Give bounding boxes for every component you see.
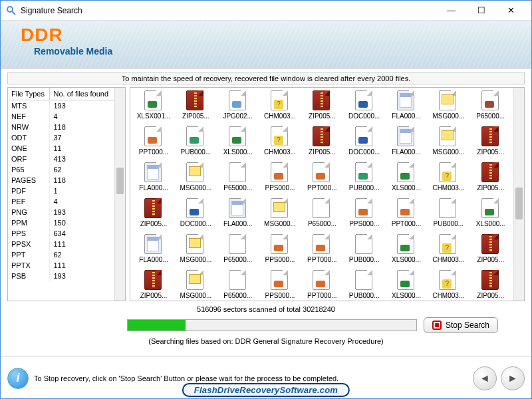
maximize-button[interactable]: ☐ — [466, 1, 496, 20]
file-item[interactable]: FLA000... — [219, 198, 257, 233]
file-label: P65000... — [476, 112, 505, 120]
file-types-scroll[interactable]: File Types No. of files found MTS193NEF4… — [8, 88, 114, 301]
file-item[interactable]: PPS000... — [345, 198, 384, 233]
table-row[interactable]: NRW118 — [8, 122, 114, 132]
file-item[interactable]: DOC000... — [176, 198, 215, 233]
table-row[interactable]: PAGES118 — [8, 175, 114, 186]
file-item[interactable]: XLS000... — [387, 234, 426, 269]
file-item[interactable]: PUB000... — [345, 270, 384, 301]
file-label: XLS000... — [476, 220, 505, 227]
file-label: DOC000... — [180, 220, 211, 227]
file-item[interactable]: P65000... — [471, 90, 510, 125]
file-item[interactable]: ZIP005... — [471, 270, 510, 301]
file-item[interactable]: FLA000... — [134, 162, 173, 197]
file-item[interactable]: ZIP005... — [471, 126, 510, 161]
col-files-found[interactable]: No. of files found — [50, 88, 114, 100]
table-row[interactable]: PPM150 — [8, 217, 114, 228]
file-item[interactable]: MSG000... — [429, 126, 467, 161]
file-item[interactable]: P65000... — [303, 198, 341, 233]
file-icon-area[interactable]: XLSX001...ZIP005...JPG002...CHM003...ZIP… — [130, 88, 513, 301]
file-item[interactable]: ZIP005... — [471, 234, 510, 269]
file-item[interactable]: FLA000... — [387, 90, 426, 125]
back-button[interactable]: ◄ — [473, 366, 497, 390]
file-item[interactable]: MSG000... — [261, 198, 299, 233]
file-item[interactable]: FLA000... — [134, 234, 173, 269]
file-label: FLA000... — [139, 184, 168, 192]
file-item[interactable]: XLS000... — [387, 162, 426, 197]
close-button[interactable]: ✕ — [496, 1, 526, 20]
file-item[interactable]: PPT000... — [134, 126, 173, 161]
left-scrollbar[interactable] — [114, 88, 125, 301]
file-item[interactable]: PPT000... — [303, 234, 341, 269]
file-label: CHM003... — [264, 148, 296, 156]
file-item[interactable]: CHM003... — [429, 270, 467, 301]
stop-search-button[interactable]: Stop Search — [424, 317, 498, 333]
file-item[interactable]: PPS000... — [261, 234, 299, 269]
file-item[interactable]: PUB000... — [345, 162, 384, 197]
file-item[interactable]: P65000... — [219, 270, 257, 301]
file-item[interactable]: ZIP005... — [176, 90, 215, 125]
table-row[interactable]: PPT62 — [8, 249, 114, 260]
file-label: XLSX001... — [137, 112, 171, 120]
file-item[interactable]: ZIP005... — [471, 162, 510, 197]
table-row[interactable]: NEF4 — [8, 111, 114, 122]
file-item[interactable]: ZIP005... — [303, 126, 341, 161]
table-row[interactable]: PDF1 — [8, 186, 114, 196]
file-item[interactable]: PPT000... — [303, 270, 341, 301]
file-item[interactable]: MSG000... — [176, 234, 215, 269]
file-item[interactable]: CHM003... — [429, 234, 467, 269]
bottom-bar: i To Stop recovery, click on 'Stop Searc… — [1, 356, 531, 398]
file-icon — [186, 270, 205, 291]
file-item[interactable]: XLSX001... — [134, 90, 173, 125]
minimize-button[interactable]: ― — [436, 1, 466, 20]
file-item[interactable]: PUB000... — [176, 126, 215, 161]
table-row[interactable]: ODT37 — [8, 132, 114, 143]
file-item[interactable]: JPG002... — [219, 90, 257, 125]
file-item[interactable]: XLS000... — [219, 126, 257, 161]
file-item[interactable]: DOC000... — [345, 90, 384, 125]
table-row[interactable]: PEF4 — [8, 196, 114, 207]
file-item[interactable]: XLS000... — [387, 270, 426, 301]
file-item[interactable]: PPT000... — [303, 162, 341, 197]
content-area: To maintain the speed of recovery, recov… — [1, 68, 531, 356]
right-scrollbar[interactable] — [513, 88, 524, 301]
table-row[interactable]: ORF413 — [8, 154, 114, 164]
table-row[interactable]: PSB193 — [8, 271, 114, 281]
table-row[interactable]: PPTX111 — [8, 260, 114, 271]
file-item[interactable]: CHM003... — [261, 126, 299, 161]
notice-text: To maintain the speed of recovery, recov… — [7, 72, 525, 84]
file-icon — [229, 198, 247, 219]
file-item[interactable]: P65000... — [219, 162, 257, 197]
cell-type: ODT — [8, 132, 50, 143]
file-item[interactable]: ZIP005... — [303, 90, 341, 125]
file-item[interactable]: DOC000... — [345, 126, 384, 161]
website-badge[interactable]: FlashDriveRecoverySoftware.com — [182, 383, 350, 397]
file-item[interactable]: MSG000... — [429, 90, 467, 125]
table-row[interactable]: PPS634 — [8, 228, 114, 239]
file-item[interactable]: XLS000... — [471, 198, 510, 233]
file-item[interactable]: PPT000... — [387, 198, 426, 233]
file-item[interactable]: P65000... — [219, 234, 257, 269]
file-item[interactable]: CHM003... — [429, 162, 467, 197]
file-item[interactable]: FLA000... — [387, 126, 426, 161]
file-label: XLS000... — [223, 148, 253, 156]
file-item[interactable]: PPS000... — [261, 270, 299, 301]
file-item[interactable]: ZIP005... — [134, 198, 173, 233]
file-item[interactable]: ZIP005... — [134, 270, 173, 301]
file-item[interactable]: PUB000... — [429, 198, 467, 233]
file-icon — [481, 162, 500, 184]
file-item[interactable]: MSG000... — [176, 162, 215, 197]
table-row[interactable]: PNG193 — [8, 207, 114, 217]
file-item[interactable]: MSG000... — [176, 270, 215, 301]
col-file-types[interactable]: File Types — [8, 88, 50, 100]
file-icon — [481, 270, 500, 291]
forward-button[interactable]: ► — [501, 366, 525, 390]
file-item[interactable]: PUB000... — [345, 234, 384, 269]
table-row[interactable]: PPSX111 — [8, 239, 114, 249]
file-item[interactable]: CHM003... — [261, 90, 299, 125]
table-row[interactable]: P6562 — [8, 164, 114, 175]
table-row[interactable]: ONE11 — [8, 143, 114, 154]
file-item[interactable]: PPS000... — [261, 162, 299, 197]
file-icon — [144, 126, 163, 148]
table-row[interactable]: MTS193 — [8, 100, 114, 112]
